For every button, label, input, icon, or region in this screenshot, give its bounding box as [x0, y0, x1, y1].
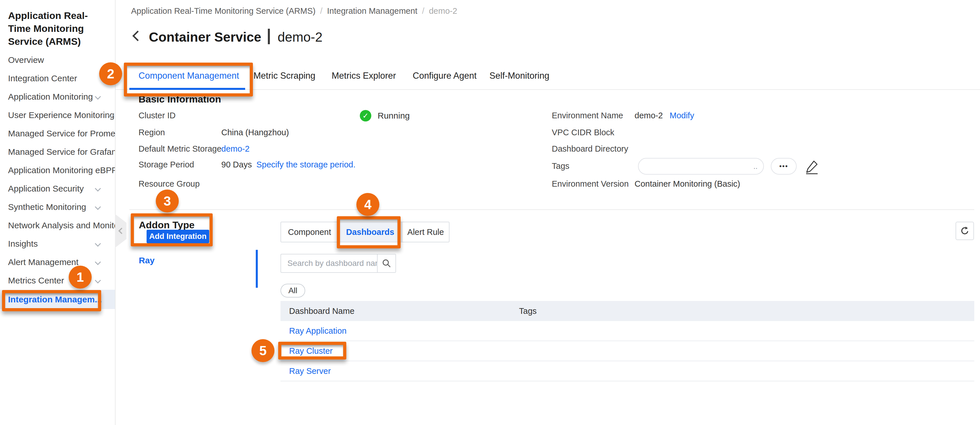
refresh-icon [959, 226, 970, 236]
environment-name-value: demo-2 [635, 111, 663, 121]
sidebar: Application Real-Time Monitoring Service… [0, 0, 116, 425]
sidebar-item-alert-management[interactable]: Alert Management [0, 253, 115, 271]
table-header: Dashboard Name Tags [280, 301, 974, 321]
sidebar-item-application-monitoring-ebpf[interactable]: Application Monitoring eBPF [0, 161, 115, 179]
metric-storage-label: Default Metric Storage [138, 144, 221, 154]
status-text: Running [378, 111, 410, 121]
status-check-icon: ✓ [360, 110, 371, 122]
environment-version-label: Environment Version [552, 179, 629, 189]
metric-storage-link[interactable]: demo-2 [221, 144, 250, 154]
breadcrumb: Application Real-Time Monitoring Service… [131, 6, 457, 16]
page-title-entity: demo-2 [278, 29, 323, 45]
sidebar-item-integration-management[interactable]: Integration Managem... [0, 290, 115, 309]
title-divider [268, 29, 270, 44]
view-tab-dashboards[interactable]: Dashboards [338, 222, 402, 242]
back-icon[interactable] [132, 31, 143, 41]
status-badge: ✓ Running [360, 110, 410, 122]
tab-component-management[interactable]: Component Management [138, 71, 239, 81]
tabs-divider [116, 89, 980, 90]
edit-pencil-icon[interactable] [805, 160, 818, 174]
breadcrumb-separator: / [320, 6, 323, 16]
table-row[interactable]: Ray Cluster [280, 341, 974, 361]
sidebar-item-application-monitoring[interactable]: Application Monitoring [0, 87, 115, 106]
page-title: Container Service [149, 29, 261, 45]
view-switcher: Component Dashboards Alert Rule [280, 222, 449, 243]
breadcrumb-arms[interactable]: Application Real-Time Monitoring Service… [131, 6, 315, 16]
sidebar-nav: Overview Integration Center Application … [0, 51, 115, 309]
sidebar-item-managed-service-grafana[interactable]: Managed Service for Grafana [0, 143, 115, 161]
tab-metrics-explorer[interactable]: Metrics Explorer [332, 71, 396, 81]
modify-link[interactable]: Modify [670, 111, 694, 121]
chevron-left-icon [118, 228, 125, 234]
chevron-down-icon [95, 94, 101, 100]
annotation-badge-5: 5 [251, 339, 274, 362]
region-value: China (Hangzhou) [221, 128, 289, 137]
specify-storage-period-link[interactable]: Specify the storage period. [256, 160, 355, 170]
tags-input[interactable]: .. [638, 158, 764, 174]
filter-chip-all[interactable]: All [280, 284, 305, 298]
annotation-badge-3: 3 [156, 190, 179, 212]
sidebar-item-network-analysis[interactable]: Network Analysis and Monito [0, 216, 115, 235]
dashboard-directory-label: Dashboard Directory [552, 144, 628, 154]
tab-configure-agent[interactable]: Configure Agent [413, 71, 476, 81]
sidebar-item-user-experience-monitoring[interactable]: User Experience Monitoring [0, 106, 115, 124]
view-tab-component[interactable]: Component [281, 222, 338, 242]
tags-input-hint: .. [754, 162, 757, 171]
chevron-down-icon [95, 241, 101, 247]
breadcrumb-current: demo-2 [429, 6, 457, 16]
refresh-button[interactable] [956, 222, 974, 240]
chevron-down-icon [95, 186, 101, 192]
column-tags: Tags [519, 306, 974, 316]
storage-period-value: 90 Days [221, 160, 252, 170]
dashboards-table: Dashboard Name Tags Ray Application Ray … [280, 301, 974, 381]
annotation-badge-4: 4 [356, 193, 379, 216]
search-input[interactable] [281, 254, 377, 272]
addon-selected-indicator [256, 250, 258, 288]
search-button[interactable] [377, 254, 395, 272]
sidebar-title: Application Real-Time Monitoring Service… [8, 9, 107, 48]
table-row[interactable]: Ray Server [280, 361, 974, 381]
vpc-cidr-label: VPC CIDR Block [552, 128, 614, 137]
sidebar-item-synthetic-monitoring[interactable]: Synthetic Monitoring [0, 198, 115, 216]
column-dashboard-name: Dashboard Name [280, 306, 519, 316]
chevron-down-icon [95, 204, 101, 210]
region-label: Region [138, 128, 165, 137]
sidebar-collapse-handle[interactable] [115, 214, 126, 248]
breadcrumb-integration-management[interactable]: Integration Management [327, 6, 417, 16]
dashboard-search [280, 254, 396, 273]
sidebar-item-metrics-center[interactable]: Metrics Center [0, 271, 115, 290]
chevron-down-icon [95, 278, 101, 284]
addon-item-ray[interactable]: Ray [139, 255, 154, 265]
cluster-id-label: Cluster ID [138, 111, 176, 121]
tags-label: Tags [552, 162, 569, 171]
resource-group-label: Resource Group [138, 179, 200, 189]
dashboard-link-ray-server[interactable]: Ray Server [289, 366, 331, 376]
sidebar-item-managed-service-prometheus[interactable]: Managed Service for Promet [0, 124, 115, 143]
sidebar-item-application-security[interactable]: Application Security [0, 179, 115, 198]
sidebar-item-overview[interactable]: Overview [0, 51, 115, 69]
tags-more-button[interactable]: ••• [771, 158, 797, 174]
table-row[interactable]: Ray Application [280, 321, 974, 341]
active-tab-underline [129, 88, 245, 90]
environment-version-value: Container Monitoring (Basic) [635, 179, 740, 189]
add-integration-button[interactable]: Add Integration [146, 230, 209, 243]
chevron-down-icon [95, 259, 101, 265]
view-tab-alert-rule[interactable]: Alert Rule [402, 222, 449, 242]
section-divider [129, 209, 974, 210]
storage-period-label: Storage Period [138, 160, 194, 170]
tab-metric-scraping[interactable]: Metric Scraping [253, 71, 315, 81]
tab-self-monitoring[interactable]: Self-Monitoring [489, 71, 549, 81]
addon-type-heading: Addon Type [139, 219, 194, 231]
basic-information-heading: Basic Information [138, 94, 221, 105]
sidebar-item-integration-center[interactable]: Integration Center [0, 69, 115, 87]
dashboard-link-ray-cluster[interactable]: Ray Cluster [289, 346, 333, 355]
dashboard-link-ray-application[interactable]: Ray Application [289, 326, 347, 335]
sidebar-item-insights[interactable]: Insights [0, 235, 115, 253]
environment-name-label: Environment Name [552, 111, 623, 121]
breadcrumb-separator: / [422, 6, 424, 16]
search-icon [382, 258, 391, 268]
